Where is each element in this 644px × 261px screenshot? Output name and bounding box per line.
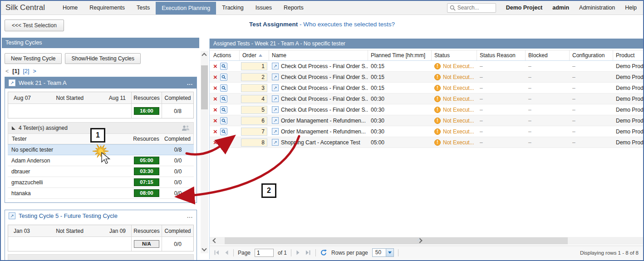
nav-execution-planning[interactable]: Execution Planning xyxy=(156,2,216,15)
scroll-down-icon[interactable] xyxy=(202,246,206,251)
goto-test-icon[interactable]: ↗ xyxy=(272,106,279,113)
goto-test-icon[interactable]: ↗ xyxy=(272,63,279,69)
cycle-menu-icon[interactable]: ... xyxy=(187,80,193,86)
assign-testers-icon[interactable] xyxy=(182,125,190,131)
order-input[interactable] xyxy=(241,117,267,125)
test-name[interactable]: Check Out Process - Final Order S... xyxy=(281,63,368,69)
inspect-icon[interactable] xyxy=(220,74,227,81)
administration-link[interactable]: Administration xyxy=(579,5,615,11)
delete-icon[interactable]: × xyxy=(213,63,217,69)
page-number-input[interactable] xyxy=(255,249,274,257)
next-page-icon[interactable] xyxy=(295,250,301,256)
first-page-icon[interactable] xyxy=(213,250,220,256)
column-order[interactable]: Order xyxy=(240,50,269,60)
goto-cycle-icon[interactable]: ↗ xyxy=(9,212,15,219)
delete-icon[interactable]: × xyxy=(213,117,217,124)
test-name[interactable]: Check Out Process - Final Order S... xyxy=(281,74,368,80)
order-input[interactable] xyxy=(241,62,267,70)
delete-icon[interactable]: × xyxy=(213,95,217,102)
nav-tests[interactable]: Tests xyxy=(131,1,156,15)
inspect-icon[interactable] xyxy=(220,63,227,70)
goto-test-icon[interactable]: ↗ xyxy=(272,95,279,102)
horizontal-scroll-thumb[interactable] xyxy=(225,237,568,244)
inspect-icon[interactable] xyxy=(220,128,227,135)
inspect-icon[interactable] xyxy=(220,106,227,113)
inspect-icon[interactable] xyxy=(220,84,227,92)
delete-icon[interactable]: × xyxy=(213,128,217,135)
nav-tracking[interactable]: Tracking xyxy=(216,1,249,15)
inspect-icon[interactable] xyxy=(220,95,227,103)
inspect-icon[interactable] xyxy=(220,139,227,146)
horizontal-scrollbar[interactable] xyxy=(210,237,643,245)
cycle-card-header[interactable]: ↗ Week 21 - Team A ... xyxy=(5,77,197,89)
column-configuration[interactable]: Configuration xyxy=(570,50,613,60)
tester-name[interactable]: htanaka xyxy=(8,190,131,197)
tester-name[interactable]: dbrauer xyxy=(8,168,131,175)
scroll-left-icon[interactable] xyxy=(212,238,217,243)
tester-row[interactable]: Adam Anderson 05:00 0/0 xyxy=(8,155,194,166)
goto-test-icon[interactable]: ↗ xyxy=(272,128,279,135)
tester-name[interactable]: No specific tester xyxy=(8,147,131,153)
tester-row[interactable]: gmazzuchelli 07:15 0/0 xyxy=(8,177,194,188)
cycles-page-2[interactable]: [2] xyxy=(23,68,29,74)
rows-per-page-select[interactable]: 50 xyxy=(372,248,394,257)
order-input[interactable] xyxy=(241,128,267,136)
vertical-scroll-thumb[interactable] xyxy=(201,65,208,109)
tester-name[interactable]: Adam Anderson xyxy=(8,158,131,164)
nav-issues[interactable]: Issues xyxy=(250,1,278,15)
left-panel-vertical-scrollbar[interactable] xyxy=(201,51,208,253)
test-name[interactable]: Shopping Cart - Acceptance Test xyxy=(281,139,360,146)
nav-reports[interactable]: Reports xyxy=(278,1,310,15)
tester-name[interactable]: gmazzuchelli xyxy=(8,179,131,186)
goto-test-icon[interactable]: ↗ xyxy=(272,74,279,80)
cycles-next-page[interactable]: > xyxy=(33,68,36,74)
column-name[interactable]: Name xyxy=(269,50,368,60)
help-link[interactable]: Help xyxy=(625,5,637,11)
goto-test-icon[interactable]: ↗ xyxy=(272,139,279,146)
order-input[interactable] xyxy=(241,106,267,114)
order-input[interactable] xyxy=(241,95,267,103)
test-name[interactable]: Order Management - Refundmen... xyxy=(281,128,366,135)
tester-row-no-specific[interactable]: No specific tester 0/8 xyxy=(8,144,194,155)
test-name[interactable]: Check Out Process - Final Order S... xyxy=(281,96,368,102)
tester-row[interactable]: htanaka 08:00 0/0 xyxy=(8,188,194,199)
project-selector[interactable]: Demo Project xyxy=(506,5,543,11)
column-planned-time[interactable]: Planned Time [hh:mm] xyxy=(368,50,432,60)
delete-icon[interactable]: × xyxy=(213,84,217,91)
column-product[interactable]: Product xyxy=(613,50,644,60)
test-name[interactable]: Check Out Process - Final Order S... xyxy=(281,85,368,91)
column-status[interactable]: Status xyxy=(432,50,477,60)
column-blocked[interactable]: Blocked xyxy=(526,50,570,60)
prev-page-icon[interactable] xyxy=(224,250,229,256)
nav-home[interactable]: Home xyxy=(57,1,84,15)
inspect-icon[interactable] xyxy=(220,117,227,124)
goto-test-icon[interactable]: ↗ xyxy=(272,117,279,124)
nav-requirements[interactable]: Requirements xyxy=(84,1,131,15)
test-name[interactable]: Order Management - Refundmen... xyxy=(281,118,366,124)
test-name[interactable]: Check Out Process - Final Order S... xyxy=(281,107,368,113)
cycle-card-header[interactable]: ↗ Testing Cycle 5 - Future Testing Cycle… xyxy=(5,210,197,222)
delete-icon[interactable]: × xyxy=(213,106,217,113)
goto-cycle-icon[interactable]: ↗ xyxy=(9,79,15,86)
dropdown-button[interactable] xyxy=(386,249,393,256)
order-input[interactable] xyxy=(241,138,267,147)
cycles-page-1[interactable]: [1] xyxy=(12,68,19,74)
goto-test-icon[interactable]: ↗ xyxy=(272,84,279,91)
search-input[interactable] xyxy=(457,5,493,11)
user-menu[interactable]: admin xyxy=(552,5,569,11)
order-input[interactable] xyxy=(241,73,267,81)
delete-icon[interactable]: × xyxy=(213,139,217,146)
tester-row[interactable]: dbrauer 03:30 0/0 xyxy=(8,166,194,177)
cycle-menu-icon[interactable]: ... xyxy=(187,213,193,219)
show-hide-testing-cycles-button[interactable]: Show/Hide Testing Cycles xyxy=(65,53,141,64)
collapse-expander-icon[interactable] xyxy=(12,126,15,130)
refresh-icon[interactable] xyxy=(320,249,327,256)
order-input[interactable] xyxy=(241,84,267,92)
last-page-icon[interactable] xyxy=(305,250,311,256)
cycles-prev-page[interactable]: < xyxy=(5,68,9,74)
search-box[interactable] xyxy=(447,3,496,13)
new-testing-cycle-button[interactable]: New Testing Cycle xyxy=(5,53,62,64)
column-status-reason[interactable]: Status Reason xyxy=(477,50,526,60)
delete-icon[interactable]: × xyxy=(213,74,217,80)
scroll-up-icon[interactable] xyxy=(202,53,206,58)
